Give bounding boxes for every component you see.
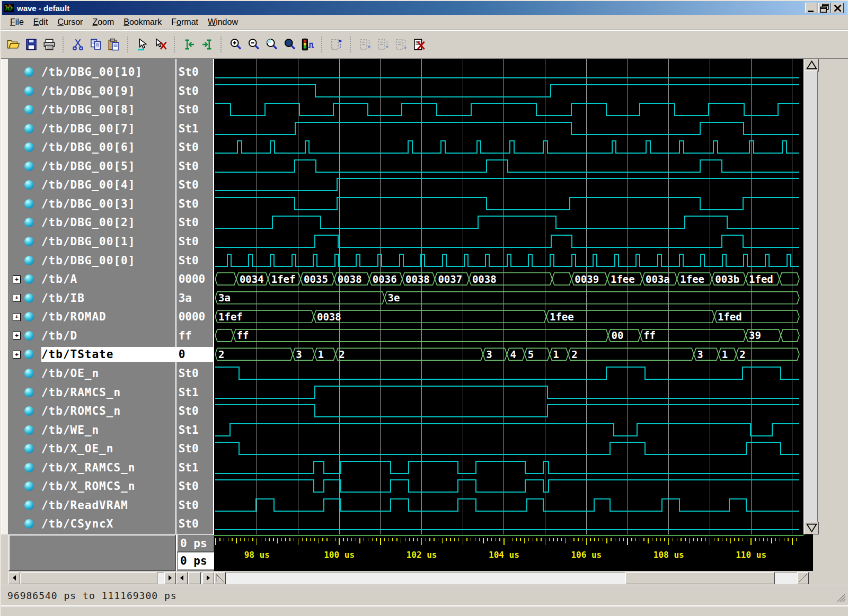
signal-row-tb-romcs-n[interactable]: /tb/ROMCS_n bbox=[8, 401, 175, 421]
menu-zoom[interactable]: Zoom bbox=[87, 16, 119, 29]
signal-value-row: 0 bbox=[176, 345, 214, 364]
collapse-all-button[interactable] bbox=[393, 37, 409, 52]
save-button[interactable] bbox=[23, 37, 39, 52]
expand-icon[interactable]: + bbox=[13, 294, 21, 302]
signal-row-tb-x-romcs-n[interactable]: /tb/X_ROMCS_n bbox=[8, 477, 175, 496]
expand-icon[interactable]: + bbox=[13, 332, 21, 340]
wave-vscrollbar[interactable] bbox=[803, 59, 818, 534]
signal-value: St0 bbox=[179, 234, 214, 249]
delete-cursor-button[interactable] bbox=[153, 37, 169, 52]
menu-window[interactable]: Window bbox=[203, 16, 243, 29]
expand-icon[interactable]: + bbox=[13, 275, 21, 283]
stop-wave-drawing-button[interactable] bbox=[300, 37, 316, 52]
expand-icon[interactable]: + bbox=[13, 313, 21, 321]
names-hscroll-thumb[interactable] bbox=[21, 572, 157, 584]
signal-row-tb-ramcs-n[interactable]: /tb/RAMCS_n bbox=[8, 383, 175, 402]
signal-value-row: St0 bbox=[176, 401, 214, 421]
menu-file[interactable]: File bbox=[5, 16, 29, 29]
signal-row-tb-dbg-00-5[interactable]: /tb/DBG_00[5] bbox=[8, 157, 175, 176]
collapse-time-button[interactable] bbox=[375, 37, 391, 52]
wave-hscroll-corner-right-icon[interactable] bbox=[797, 572, 809, 584]
minimize-button[interactable] bbox=[805, 3, 817, 13]
signal-row-tb-csyncx[interactable]: /tb/CSyncX bbox=[8, 514, 175, 533]
zoom-area-icon bbox=[266, 38, 278, 51]
select-mode-button[interactable] bbox=[135, 37, 151, 52]
values-hscroll-thumb[interactable] bbox=[188, 572, 201, 584]
wave-vscroll-thumb[interactable] bbox=[805, 70, 818, 523]
signal-value: St0 bbox=[179, 140, 214, 155]
bus-value: 0038 bbox=[472, 273, 497, 285]
menu-edit[interactable]: Edit bbox=[29, 16, 53, 29]
names-hscrollbar[interactable] bbox=[8, 572, 176, 584]
signal-name: /tb/X_RAMCS_n bbox=[41, 460, 175, 475]
copy-button[interactable] bbox=[88, 37, 104, 52]
signal-icon bbox=[24, 105, 34, 114]
wave-hscrollbar[interactable] bbox=[214, 572, 809, 584]
names-scroll-left-icon[interactable] bbox=[8, 572, 20, 584]
signal-row-tb-we-n[interactable]: /tb/WE_n bbox=[8, 421, 175, 440]
cursor-time-field[interactable]: 0 ps bbox=[177, 552, 214, 569]
window-bottom-edge bbox=[1, 605, 848, 616]
delete-wave-button[interactable] bbox=[411, 37, 427, 52]
signal-row-tb-dbg-00-10[interactable]: /tb/DBG_00[10] bbox=[8, 63, 175, 82]
print-icon bbox=[43, 38, 56, 51]
signal-row-tb-dbg-00-2[interactable]: /tb/DBG_00[2] bbox=[8, 213, 175, 232]
values-scroll-left-icon[interactable] bbox=[176, 572, 188, 584]
waveform-canvas[interactable]: 00341fef00350038003600380037003800391fee… bbox=[213, 59, 803, 534]
scroll-up-icon[interactable] bbox=[805, 59, 819, 72]
signal-row-tb-tstate[interactable]: +/tb/TState bbox=[8, 345, 175, 364]
title-bar[interactable]: wave - default bbox=[2, 1, 847, 15]
signal-row-tb-romad[interactable]: +/tb/ROMAD bbox=[8, 307, 175, 326]
find-previous-transition-button[interactable] bbox=[181, 37, 197, 52]
signal-value-row: St1 bbox=[176, 458, 214, 477]
close-button[interactable] bbox=[832, 3, 844, 13]
names-vscrollbar[interactable] bbox=[1, 59, 8, 534]
wave-main-area: /tb/DBG_00[10]/tb/DBG_00[9]/tb/DBG_00[8]… bbox=[1, 59, 848, 534]
signal-row-tb-a[interactable]: +/tb/A bbox=[8, 270, 175, 289]
signal-row-tb-ib[interactable]: +/tb/IB bbox=[8, 289, 175, 308]
timeline-ruler[interactable]: 98 us100 us102 us104 us106 us108 us110 u… bbox=[214, 534, 813, 571]
menu-format[interactable]: Format bbox=[166, 16, 203, 29]
expand-time-button[interactable] bbox=[357, 37, 373, 52]
wave-hscroll-corner-left-icon[interactable] bbox=[214, 572, 226, 584]
restore-button[interactable] bbox=[818, 3, 831, 13]
signal-row-tb-oe-n[interactable]: /tb/OE_n bbox=[8, 364, 175, 383]
signal-row-tb-dbg-00-9[interactable]: /tb/DBG_00[9] bbox=[8, 82, 175, 101]
find-next-transition-button[interactable] bbox=[199, 37, 215, 52]
signal-row-tb-dbg-00-1[interactable]: /tb/DBG_00[1] bbox=[8, 232, 175, 251]
signal-row-tb-dbg-00-8[interactable]: /tb/DBG_00[8] bbox=[8, 100, 175, 119]
zoom-in-icon bbox=[229, 38, 242, 51]
resize-grip[interactable] bbox=[837, 594, 846, 602]
signal-row-tb-dbg-00-0[interactable]: /tb/DBG_00[0] bbox=[8, 251, 175, 270]
cut-button[interactable] bbox=[70, 37, 86, 52]
zoom-area-button[interactable] bbox=[264, 37, 280, 52]
zoom-full-button[interactable] bbox=[282, 37, 298, 52]
bus-value: ff bbox=[643, 329, 656, 341]
signal-value: St0 bbox=[179, 404, 214, 418]
signal-row-tb-dbg-00-3[interactable]: /tb/DBG_00[3] bbox=[8, 194, 175, 213]
values-scroll-right-icon[interactable] bbox=[202, 572, 214, 584]
menu-cursor[interactable]: Cursor bbox=[52, 16, 87, 29]
wave-hscroll-thumb[interactable] bbox=[625, 572, 775, 584]
values-hscrollbar[interactable] bbox=[176, 572, 214, 584]
signal-row-tb-dbg-00-6[interactable]: /tb/DBG_00[6] bbox=[8, 138, 175, 157]
zoom-out-button[interactable] bbox=[246, 37, 262, 52]
wave-vscroll-track[interactable] bbox=[805, 70, 818, 523]
zoom-in-button[interactable] bbox=[228, 37, 244, 52]
print-button[interactable] bbox=[41, 37, 57, 52]
scroll-down-icon[interactable] bbox=[805, 522, 819, 534]
insert-cursor-button[interactable] bbox=[329, 37, 344, 52]
signal-row-tb-dbg-00-7[interactable]: /tb/DBG_00[7] bbox=[8, 119, 175, 138]
paste-button[interactable] bbox=[106, 37, 122, 52]
signal-row-tb-dbg-00-4[interactable]: /tb/DBG_00[4] bbox=[8, 175, 175, 194]
signal-row-tb-x-ramcs-n[interactable]: /tb/X_RAMCS_n bbox=[8, 458, 175, 477]
menu-bookmark[interactable]: Bookmark bbox=[119, 16, 166, 29]
signal-row-tb-x-oe-n[interactable]: /tb/X_OE_n bbox=[8, 439, 175, 458]
signal-value: St0 bbox=[179, 253, 214, 268]
expand-icon[interactable]: + bbox=[13, 351, 21, 359]
names-scroll-right-icon[interactable] bbox=[164, 572, 176, 584]
signal-icon bbox=[24, 124, 34, 133]
signal-row-tb-readvram[interactable]: /tb/ReadVRAM bbox=[8, 496, 175, 515]
signal-row-tb-d[interactable]: +/tb/D bbox=[8, 326, 175, 345]
open-button[interactable] bbox=[5, 37, 21, 52]
